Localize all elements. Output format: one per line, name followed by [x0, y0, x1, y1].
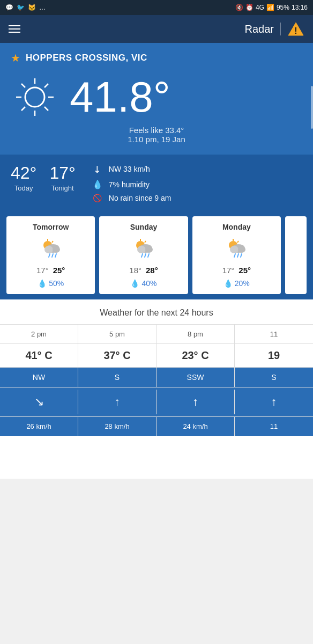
svg-line-13 — [52, 241, 53, 243]
wind-speed-1: 28 km/h — [78, 417, 156, 436]
wind-speed-3: 11 — [235, 417, 313, 436]
svg-point-2 — [25, 87, 44, 107]
svg-point-15 — [44, 246, 53, 253]
forecast-rain-1: 💧 40% — [105, 279, 182, 288]
today-label: Today — [11, 184, 36, 192]
wind-info: NW 33 km/h — [109, 165, 150, 173]
forecast-card-monday[interactable]: Monday 17° 25° 💧 20% — [192, 216, 281, 294]
temp-2: 23° C — [156, 344, 235, 367]
wind-dir-2: SSW — [156, 368, 235, 387]
location-row: ★ HOPPERS CROSSING, VIC — [11, 52, 302, 64]
svg-point-34 — [238, 246, 245, 253]
wind-arrow-2: ↑ — [156, 390, 235, 414]
forecast-high-2: 25° — [239, 266, 251, 275]
forecast-icon-2 — [198, 236, 275, 261]
wind-dir-label-2: SSW — [160, 373, 231, 382]
forecast-high-1: 28° — [146, 266, 158, 275]
tonight-temp: 17° Tonight — [49, 163, 75, 192]
wind-dir-label-3: S — [238, 373, 310, 382]
svg-line-26 — [141, 254, 143, 257]
bottom-fill — [0, 436, 313, 479]
no-rain-icon: 🚫 — [92, 194, 103, 202]
today-temp: 42° Today — [11, 163, 36, 192]
twitter-icon: 🐦 — [17, 4, 25, 11]
wind-dir-1: S — [78, 368, 156, 387]
hamburger-menu[interactable] — [9, 25, 20, 33]
svg-line-7 — [21, 84, 25, 87]
hourly-title: Weather for the next 24 hours — [0, 308, 313, 318]
weather-main: ★ HOPPERS CROSSING, VIC 41.8° Feels like… — [0, 43, 313, 155]
svg-line-22 — [145, 241, 146, 243]
signal-icon: 📶 — [266, 4, 274, 11]
star-icon: ★ — [11, 52, 20, 64]
wind-speed-0: 26 km/h — [0, 417, 78, 436]
svg-line-17 — [49, 254, 50, 257]
svg-point-16 — [53, 246, 60, 253]
svg-line-8 — [44, 107, 48, 111]
tonight-label: Tonight — [49, 184, 75, 192]
header-divider — [280, 23, 281, 35]
day-temps: 42° Today 17° Tonight — [11, 163, 76, 192]
hourly-wind-speed-row: 26 km/h 28 km/h 24 km/h 11 — [0, 416, 313, 436]
rain-drop-icon-2: 💧 — [223, 279, 233, 288]
messenger-icon: 💬 — [5, 4, 13, 11]
status-bar-right: 🔇 ⏰ 4G 📶 95% 13:16 — [235, 4, 308, 11]
forecast-low-0: 17° — [36, 266, 49, 275]
forecast-day-1: Sunday — [105, 223, 182, 231]
hourly-wind-dir-row: NW S SSW S — [0, 367, 313, 387]
svg-line-36 — [237, 254, 239, 257]
humidity-icon: 💧 — [92, 179, 103, 189]
svg-line-27 — [145, 254, 146, 257]
time-display: 13:16 — [292, 4, 308, 11]
forecast-card-tomorrow[interactable]: Tomorrow 17° 25° 💧 50 — [6, 216, 95, 294]
wind-arrow-icon: ↘ — [89, 160, 106, 177]
svg-line-28 — [148, 254, 149, 257]
battery-indicator: 95% — [277, 4, 289, 11]
forecast-day-0: Tomorrow — [12, 223, 90, 231]
svg-line-18 — [52, 254, 53, 257]
forecast-icon-0 — [12, 236, 90, 261]
time-1: 5 pm — [78, 325, 156, 343]
humidity-text: 7% humidity — [109, 180, 150, 189]
app-header: Radar ! — [0, 15, 313, 43]
scroll-indicator — [311, 86, 313, 129]
temp-display: 41.8° — [70, 76, 170, 119]
hourly-wind-arrow-row: ↘ ↑ ↑ ↑ — [0, 387, 313, 416]
svg-line-19 — [55, 254, 56, 257]
rain-drop-icon-1: 💧 — [130, 279, 139, 288]
svg-line-9 — [44, 84, 48, 87]
wind-arrow-3: ↑ — [235, 390, 313, 414]
forecast-temps-2: 17° 25° — [198, 266, 275, 275]
hourly-temp-row: 41° C 37° C 23° C 19 — [0, 343, 313, 367]
rain-detail: 🚫 No rain since 9 am — [92, 194, 302, 202]
header-title: Radar — [245, 23, 274, 35]
forecast-section: Tomorrow 17° 25° 💧 50 — [0, 211, 313, 299]
tonight-low: 17° — [49, 163, 75, 183]
time-2: 8 pm — [156, 325, 235, 343]
svg-text:!: ! — [294, 26, 297, 35]
time-0: 2 pm — [0, 325, 78, 343]
wind-dir-0: NW — [0, 368, 78, 387]
hourly-time-row: 2 pm 5 pm 8 pm 11 — [0, 324, 313, 343]
forecast-card-sunday[interactable]: Sunday 18° 28° 💧 40% — [99, 216, 188, 294]
forecast-high-0: 25° — [53, 266, 65, 275]
forecast-low-1: 18° — [129, 266, 141, 275]
alert-icon[interactable]: ! — [287, 20, 304, 38]
forecast-temps-1: 18° 28° — [105, 266, 182, 275]
today-high: 42° — [11, 163, 36, 183]
rain-drop-icon-0: 💧 — [38, 279, 47, 288]
wind-speed-2: 24 km/h — [156, 417, 235, 436]
rain-text: No rain since 9 am — [109, 194, 172, 202]
weather-secondary: 42° Today 17° Tonight ↘ NW 33 km/h 💧 7% … — [0, 155, 313, 211]
wind-arrow-1: ↑ — [78, 390, 156, 414]
network-indicator: 4G — [256, 4, 264, 11]
wind-dir-label-1: S — [81, 373, 153, 382]
svg-line-35 — [234, 254, 235, 257]
wind-arrow-0: ↘ — [0, 390, 78, 414]
hourly-section: Weather for the next 24 hours 2 pm 5 pm … — [0, 299, 313, 436]
location-name: HOPPERS CROSSING, VIC — [26, 53, 147, 63]
wind-detail: ↘ NW 33 km/h — [92, 163, 302, 175]
forecast-card-partial — [285, 216, 307, 294]
forecast-rain-0: 💧 50% — [12, 279, 90, 288]
alarm-icon: ⏰ — [245, 4, 254, 11]
